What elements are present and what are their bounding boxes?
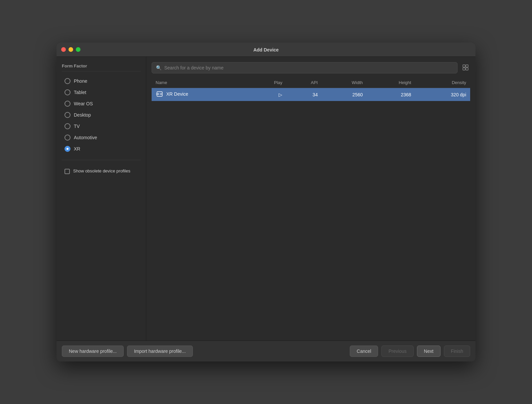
radio-tv[interactable] (65, 123, 70, 129)
close-button[interactable] (61, 47, 66, 52)
sidebar-item-automotive[interactable]: Automotive (62, 133, 141, 143)
radio-wear-os-label: Wear OS (74, 101, 93, 106)
device-density-cell: 320 dpi (415, 88, 470, 101)
svg-rect-0 (463, 65, 465, 67)
svg-point-6 (160, 93, 162, 95)
svg-rect-1 (466, 65, 468, 67)
sidebar-item-desktop[interactable]: Desktop (62, 110, 141, 120)
sidebar-item-wear-os[interactable]: Wear OS (62, 99, 141, 109)
dialog-footer: New hardware profile... Import hardware … (57, 341, 475, 361)
radio-phone-label: Phone (74, 78, 87, 84)
play-icon: ▷ (279, 92, 282, 97)
col-density[interactable]: Density (415, 77, 470, 88)
device-height-cell: 2368 (367, 88, 415, 101)
form-factor-title: Form Factor (62, 63, 141, 71)
search-bar[interactable]: 🔍 (152, 62, 458, 73)
minimize-button[interactable] (68, 47, 73, 52)
title-bar: Add Device (57, 43, 475, 57)
device-table: Name Play API Width (152, 77, 470, 335)
device-name-cell: XR Device (152, 88, 248, 101)
main-content: 🔍 (146, 57, 475, 341)
radio-tablet[interactable] (65, 89, 70, 95)
svg-rect-3 (466, 68, 468, 70)
radio-tablet-label: Tablet (74, 90, 86, 95)
col-height[interactable]: Height (367, 77, 415, 88)
cancel-button[interactable]: Cancel (350, 346, 378, 357)
sidebar: Form Factor Phone Tablet Wear OS Desktop (57, 57, 146, 341)
show-obsolete-checkbox[interactable] (65, 169, 70, 174)
search-icon: 🔍 (156, 65, 162, 70)
maximize-button[interactable] (76, 47, 80, 52)
device-play-cell: ▷ (248, 88, 287, 101)
col-api[interactable]: API (286, 77, 322, 88)
col-play[interactable]: Play (248, 77, 287, 88)
device-api-cell: 34 (286, 88, 322, 101)
radio-phone[interactable] (65, 78, 70, 84)
traffic-lights (61, 47, 80, 52)
add-device-dialog: Add Device Form Factor Phone Tablet Wear… (57, 43, 475, 361)
col-width[interactable]: Width (322, 77, 367, 88)
sidebar-item-phone[interactable]: Phone (62, 76, 141, 86)
svg-point-5 (158, 93, 159, 95)
sidebar-item-xr[interactable]: XR (62, 144, 141, 154)
device-list-table: Name Play API Width (152, 77, 470, 101)
search-input[interactable] (164, 65, 453, 70)
finish-button[interactable]: Finish (444, 346, 470, 357)
radio-xr[interactable] (65, 146, 70, 152)
radio-automotive[interactable] (65, 135, 70, 141)
dialog-body: Form Factor Phone Tablet Wear OS Desktop (57, 57, 475, 341)
xr-device-icon (156, 91, 164, 97)
svg-rect-2 (463, 68, 465, 70)
radio-tv-label: TV (74, 124, 80, 129)
next-button[interactable]: Next (417, 346, 441, 357)
sidebar-item-tv[interactable]: TV (62, 121, 141, 131)
show-obsolete-checkbox-item[interactable]: Show obsolete device profiles (62, 166, 141, 176)
sidebar-divider (62, 160, 141, 160)
radio-desktop[interactable] (65, 112, 70, 118)
device-name-wrapper: XR Device (156, 91, 188, 97)
col-name[interactable]: Name (152, 77, 248, 88)
radio-wear-os[interactable] (65, 101, 70, 107)
radio-desktop-label: Desktop (74, 112, 91, 118)
radio-automotive-label: Automotive (74, 135, 97, 140)
show-obsolete-label: Show obsolete device profiles (73, 168, 130, 174)
form-factor-radio-group: Phone Tablet Wear OS Desktop TV (62, 76, 141, 154)
footer-right: Cancel Previous Next Finish (350, 346, 470, 357)
view-toggle-button[interactable] (461, 63, 470, 73)
previous-button[interactable]: Previous (381, 346, 413, 357)
radio-xr-label: XR (74, 146, 80, 152)
new-hardware-profile-button[interactable]: New hardware profile... (62, 346, 124, 357)
footer-left: New hardware profile... Import hardware … (62, 346, 193, 357)
sidebar-item-tablet[interactable]: Tablet (62, 87, 141, 97)
search-bar-wrapper: 🔍 (152, 62, 470, 73)
import-hardware-profile-button[interactable]: Import hardware profile... (127, 346, 193, 357)
device-width-cell: 2560 (322, 88, 367, 101)
dialog-title: Add Device (253, 47, 279, 52)
table-row[interactable]: XR Device ▷ 34 2560 (152, 88, 470, 101)
